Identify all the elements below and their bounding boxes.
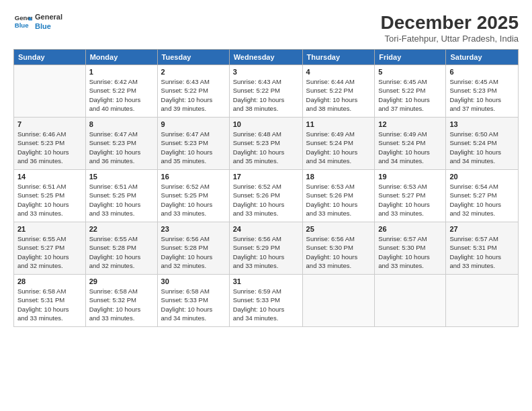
day-info: Sunrise: 6:49 AM Sunset: 5:24 PM Dayligh… — [378, 130, 442, 165]
calendar-cell: 18Sunrise: 6:53 AM Sunset: 5:26 PM Dayli… — [302, 170, 375, 222]
day-info: Sunrise: 6:43 AM Sunset: 5:22 PM Dayligh… — [233, 77, 299, 113]
calendar-cell: 11Sunrise: 6:49 AM Sunset: 5:24 PM Dayli… — [302, 118, 375, 170]
calendar-week-row: 28Sunrise: 6:58 AM Sunset: 5:31 PM Dayli… — [14, 275, 519, 327]
day-number: 12 — [378, 120, 442, 128]
calendar-cell: 16Sunrise: 6:52 AM Sunset: 5:25 PM Dayli… — [157, 170, 229, 222]
day-number: 22 — [89, 225, 154, 233]
day-number: 9 — [161, 120, 226, 128]
calendar-cell — [302, 275, 375, 327]
day-info: Sunrise: 6:49 AM Sunset: 5:24 PM Dayligh… — [306, 130, 371, 165]
calendar-cell: 8Sunrise: 6:47 AM Sunset: 5:23 PM Daylig… — [85, 118, 157, 170]
day-info: Sunrise: 6:48 AM Sunset: 5:23 PM Dayligh… — [233, 130, 299, 165]
weekday-header: Monday — [85, 50, 157, 65]
day-info: Sunrise: 6:47 AM Sunset: 5:23 PM Dayligh… — [89, 130, 154, 165]
calendar-cell: 4Sunrise: 6:44 AM Sunset: 5:22 PM Daylig… — [302, 65, 375, 118]
day-number: 10 — [233, 120, 299, 128]
calendar-cell: 17Sunrise: 6:52 AM Sunset: 5:26 PM Dayli… — [229, 170, 302, 222]
day-number: 3 — [233, 68, 299, 76]
calendar-cell: 31Sunrise: 6:59 AM Sunset: 5:33 PM Dayli… — [229, 275, 302, 327]
day-info: Sunrise: 6:52 AM Sunset: 5:25 PM Dayligh… — [161, 182, 226, 218]
logo: General Blue General Blue — [13, 12, 62, 32]
calendar-cell: 24Sunrise: 6:56 AM Sunset: 5:29 PM Dayli… — [229, 222, 302, 275]
logo-icon: General Blue — [13, 12, 32, 31]
calendar-cell — [446, 275, 519, 327]
day-number: 1 — [89, 68, 154, 76]
day-number: 4 — [306, 68, 371, 76]
calendar-cell: 7Sunrise: 6:46 AM Sunset: 5:23 PM Daylig… — [14, 118, 86, 170]
day-info: Sunrise: 6:42 AM Sunset: 5:22 PM Dayligh… — [89, 77, 154, 113]
calendar-cell: 15Sunrise: 6:51 AM Sunset: 5:25 PM Dayli… — [85, 170, 157, 222]
day-info: Sunrise: 6:45 AM Sunset: 5:23 PM Dayligh… — [449, 77, 515, 113]
weekday-header-row: SundayMondayTuesdayWednesdayThursdayFrid… — [14, 50, 519, 65]
weekday-header: Tuesday — [157, 50, 229, 65]
day-info: Sunrise: 6:52 AM Sunset: 5:26 PM Dayligh… — [233, 182, 299, 218]
day-number: 29 — [89, 277, 154, 285]
day-number: 5 — [378, 68, 442, 76]
calendar-cell: 25Sunrise: 6:56 AM Sunset: 5:30 PM Dayli… — [302, 222, 375, 275]
calendar-cell: 27Sunrise: 6:57 AM Sunset: 5:31 PM Dayli… — [446, 222, 519, 275]
month-title: December 2025 — [381, 12, 519, 34]
calendar-cell — [14, 65, 86, 118]
calendar-cell: 1Sunrise: 6:42 AM Sunset: 5:22 PM Daylig… — [85, 65, 157, 118]
day-info: Sunrise: 6:47 AM Sunset: 5:23 PM Dayligh… — [161, 130, 226, 165]
day-number: 16 — [161, 173, 226, 181]
day-info: Sunrise: 6:56 AM Sunset: 5:29 PM Dayligh… — [233, 234, 299, 270]
calendar-cell: 23Sunrise: 6:56 AM Sunset: 5:28 PM Dayli… — [157, 222, 229, 275]
day-number: 20 — [449, 173, 515, 181]
day-number: 26 — [378, 225, 442, 233]
day-info: Sunrise: 6:44 AM Sunset: 5:22 PM Dayligh… — [306, 77, 371, 113]
calendar-cell: 6Sunrise: 6:45 AM Sunset: 5:23 PM Daylig… — [446, 65, 519, 118]
calendar-cell: 26Sunrise: 6:57 AM Sunset: 5:30 PM Dayli… — [375, 222, 446, 275]
day-info: Sunrise: 6:58 AM Sunset: 5:33 PM Dayligh… — [161, 287, 226, 322]
calendar-cell: 30Sunrise: 6:58 AM Sunset: 5:33 PM Dayli… — [157, 275, 229, 327]
calendar-cell: 13Sunrise: 6:50 AM Sunset: 5:24 PM Dayli… — [446, 118, 519, 170]
calendar-week-row: 7Sunrise: 6:46 AM Sunset: 5:23 PM Daylig… — [14, 118, 519, 170]
day-number: 21 — [17, 225, 82, 233]
day-number: 18 — [306, 173, 371, 181]
day-number: 13 — [449, 120, 515, 128]
calendar-table: SundayMondayTuesdayWednesdayThursdayFrid… — [13, 49, 519, 327]
day-info: Sunrise: 6:57 AM Sunset: 5:30 PM Dayligh… — [378, 234, 442, 270]
calendar-cell: 20Sunrise: 6:54 AM Sunset: 5:27 PM Dayli… — [446, 170, 519, 222]
calendar-cell: 12Sunrise: 6:49 AM Sunset: 5:24 PM Dayli… — [375, 118, 446, 170]
header: General Blue General Blue December 2025 … — [13, 12, 519, 44]
calendar-cell: 29Sunrise: 6:58 AM Sunset: 5:32 PM Dayli… — [85, 275, 157, 327]
day-number: 14 — [17, 173, 82, 181]
day-info: Sunrise: 6:58 AM Sunset: 5:31 PM Dayligh… — [17, 287, 82, 322]
day-number: 24 — [233, 225, 299, 233]
day-info: Sunrise: 6:46 AM Sunset: 5:23 PM Dayligh… — [17, 130, 82, 165]
day-info: Sunrise: 6:57 AM Sunset: 5:31 PM Dayligh… — [449, 234, 515, 270]
calendar-week-row: 21Sunrise: 6:55 AM Sunset: 5:27 PM Dayli… — [14, 222, 519, 275]
logo-text: General Blue — [35, 12, 62, 32]
weekday-header: Saturday — [446, 50, 519, 65]
calendar-cell: 5Sunrise: 6:45 AM Sunset: 5:22 PM Daylig… — [375, 65, 446, 118]
calendar-cell: 19Sunrise: 6:53 AM Sunset: 5:27 PM Dayli… — [375, 170, 446, 222]
day-number: 25 — [306, 225, 371, 233]
calendar-cell: 10Sunrise: 6:48 AM Sunset: 5:23 PM Dayli… — [229, 118, 302, 170]
day-number: 11 — [306, 120, 371, 128]
day-number: 28 — [17, 277, 82, 285]
day-info: Sunrise: 6:53 AM Sunset: 5:26 PM Dayligh… — [306, 182, 371, 218]
weekday-header: Wednesday — [229, 50, 302, 65]
day-number: 6 — [449, 68, 515, 76]
day-number: 19 — [378, 173, 442, 181]
day-info: Sunrise: 6:43 AM Sunset: 5:22 PM Dayligh… — [161, 77, 226, 113]
day-info: Sunrise: 6:59 AM Sunset: 5:33 PM Dayligh… — [233, 287, 299, 322]
weekday-header: Thursday — [302, 50, 375, 65]
day-info: Sunrise: 6:58 AM Sunset: 5:32 PM Dayligh… — [89, 287, 154, 322]
calendar-cell: 14Sunrise: 6:51 AM Sunset: 5:25 PM Dayli… — [14, 170, 86, 222]
day-number: 7 — [17, 120, 82, 128]
day-info: Sunrise: 6:50 AM Sunset: 5:24 PM Dayligh… — [449, 130, 515, 165]
calendar-week-row: 14Sunrise: 6:51 AM Sunset: 5:25 PM Dayli… — [14, 170, 519, 222]
day-info: Sunrise: 6:56 AM Sunset: 5:28 PM Dayligh… — [161, 234, 226, 270]
day-number: 2 — [161, 68, 226, 76]
calendar-cell: 2Sunrise: 6:43 AM Sunset: 5:22 PM Daylig… — [157, 65, 229, 118]
day-info: Sunrise: 6:54 AM Sunset: 5:27 PM Dayligh… — [449, 182, 515, 218]
calendar-page: General Blue General Blue December 2025 … — [0, 0, 532, 411]
calendar-cell: 9Sunrise: 6:47 AM Sunset: 5:23 PM Daylig… — [157, 118, 229, 170]
day-number: 17 — [233, 173, 299, 181]
day-number: 30 — [161, 277, 226, 285]
day-info: Sunrise: 6:56 AM Sunset: 5:30 PM Dayligh… — [306, 234, 371, 270]
calendar-cell: 21Sunrise: 6:55 AM Sunset: 5:27 PM Dayli… — [14, 222, 86, 275]
calendar-cell: 22Sunrise: 6:55 AM Sunset: 5:28 PM Dayli… — [85, 222, 157, 275]
